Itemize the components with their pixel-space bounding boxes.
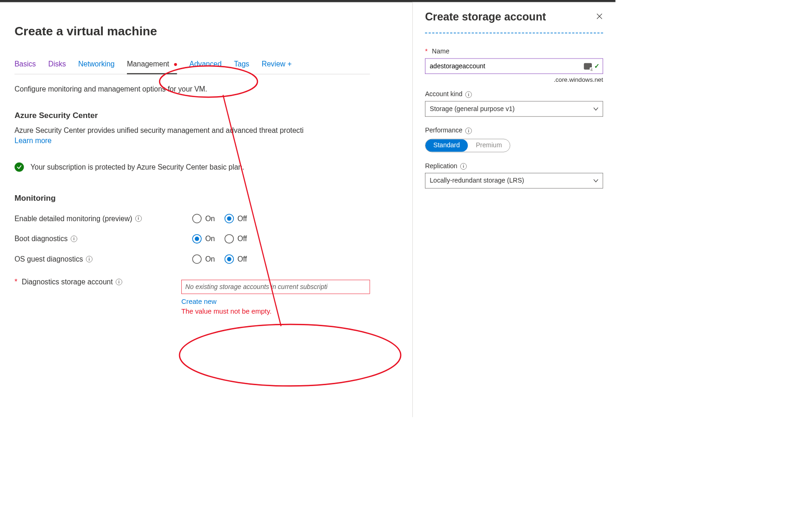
create-storage-account-blade: Create storage account * Name ✓ .core.wi… xyxy=(412,2,616,417)
tab-management-label: Management xyxy=(127,60,169,68)
info-icon[interactable]: i xyxy=(465,127,472,134)
tab-networking[interactable]: Networking xyxy=(78,60,114,71)
label-performance: Performance xyxy=(425,127,462,134)
label-storage-name: Name xyxy=(432,48,449,55)
diag-storage-dropdown[interactable]: No existing storage accounts in current … xyxy=(181,280,370,294)
management-description: Configure monitoring and management opti… xyxy=(14,85,370,93)
info-icon[interactable]: i xyxy=(86,256,93,263)
blade-divider xyxy=(425,33,603,33)
svg-point-1 xyxy=(179,324,401,386)
monitoring-heading: Monitoring xyxy=(14,194,370,203)
chevron-down-icon xyxy=(593,106,598,112)
tab-basics[interactable]: Basics xyxy=(14,60,36,71)
performance-premium[interactable]: Premium xyxy=(468,139,510,152)
storage-name-suffix: .core.windows.net xyxy=(425,76,603,84)
row-diag-storage: * Diagnostics storage account i No exist… xyxy=(14,275,370,315)
label-os-guest-diagnostics: OS guest diagnostics xyxy=(14,255,83,263)
radio-bootdiag-off[interactable]: Off xyxy=(225,234,247,243)
tab-management[interactable]: Management xyxy=(127,60,177,71)
label-replication: Replication xyxy=(425,162,457,170)
account-kind-select[interactable]: Storage (general purpose v1) xyxy=(425,101,603,117)
label-diag-storage: Diagnostics storage account xyxy=(22,277,113,286)
asc-heading: Azure Security Center xyxy=(14,111,370,120)
create-new-storage-link[interactable]: Create new xyxy=(181,297,370,305)
valid-check-icon: ✓ xyxy=(594,62,600,70)
replication-select[interactable]: Locally-redundant storage (LRS) xyxy=(425,173,603,189)
required-asterisk-icon: * xyxy=(425,48,427,55)
tab-review[interactable]: Review + xyxy=(262,60,292,71)
diag-storage-error-text: The value must not be empty. xyxy=(181,308,370,315)
label-boot-diagnostics: Boot diagnostics xyxy=(14,235,67,243)
required-asterisk-icon: * xyxy=(14,277,17,286)
page-title: Create a virtual machine xyxy=(14,24,370,38)
close-blade-button[interactable] xyxy=(596,13,603,21)
radio-osguest-on[interactable]: On xyxy=(192,255,215,264)
info-icon[interactable]: i xyxy=(135,215,142,222)
radio-detailed-on[interactable]: On xyxy=(192,214,215,223)
vm-wizard-tabs: Basics Disks Networking Management Advan… xyxy=(14,60,370,74)
validation-error-dot-icon xyxy=(174,63,177,66)
row-boot-diagnostics: Boot diagnostics i On Off xyxy=(14,234,370,243)
radio-bootdiag-on[interactable]: On xyxy=(192,234,215,243)
chevron-down-icon xyxy=(593,178,598,184)
label-account-kind: Account kind xyxy=(425,91,462,98)
row-detailed-monitoring: Enable detailed monitoring (preview) i O… xyxy=(14,214,370,223)
tab-tags[interactable]: Tags xyxy=(234,60,249,71)
radio-osguest-off[interactable]: Off xyxy=(225,255,247,264)
asc-description: Azure Security Center provides unified s… xyxy=(14,125,370,146)
info-icon[interactable]: i xyxy=(116,278,122,285)
label-detailed-monitoring: Enable detailed monitoring (preview) xyxy=(14,214,132,223)
info-icon[interactable]: i xyxy=(71,236,77,242)
info-icon[interactable]: i xyxy=(465,91,472,98)
row-os-guest-diagnostics: OS guest diagnostics i On Off xyxy=(14,255,370,264)
asc-learn-more-link[interactable]: Learn more xyxy=(14,137,52,144)
performance-toggle: Standard Premium xyxy=(425,139,510,152)
tab-disks[interactable]: Disks xyxy=(48,60,66,71)
create-vm-main: Create a virtual machine Basics Disks Ne… xyxy=(0,2,385,316)
asc-status-text: Your subscription is protected by Azure … xyxy=(31,163,245,171)
keyboard-icon xyxy=(584,63,592,69)
performance-standard[interactable]: Standard xyxy=(425,139,468,152)
blade-title: Create storage account xyxy=(425,11,546,23)
radio-detailed-off[interactable]: Off xyxy=(225,214,247,223)
info-icon[interactable]: i xyxy=(460,163,467,170)
asc-status-row: Your subscription is protected by Azure … xyxy=(14,162,370,171)
storage-name-input[interactable] xyxy=(425,59,603,74)
success-check-icon xyxy=(14,162,24,171)
tab-advanced[interactable]: Advanced xyxy=(189,60,221,71)
